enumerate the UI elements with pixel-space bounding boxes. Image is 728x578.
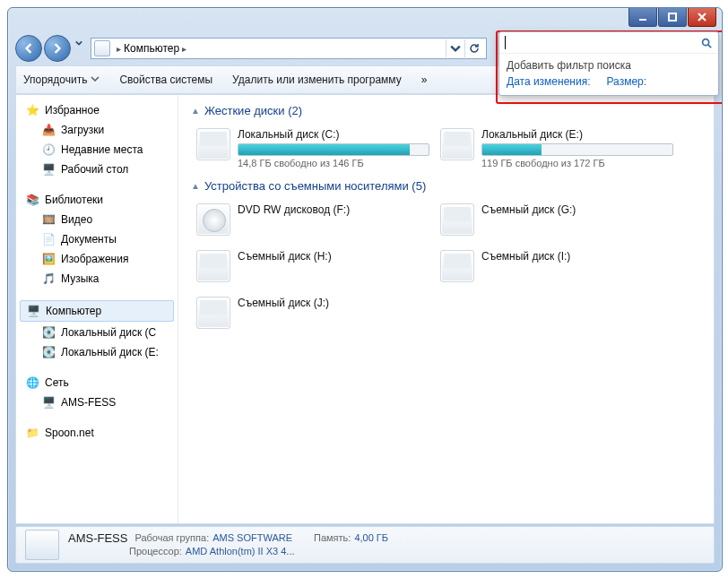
svg-rect-0 xyxy=(639,19,646,21)
section-removable[interactable]: ▲ Устройства со съемными носителями (5) xyxy=(191,179,701,193)
sidebar-item-music[interactable]: 🎵Музыка xyxy=(16,269,178,289)
computer-icon xyxy=(25,530,59,560)
close-button[interactable] xyxy=(688,8,716,27)
drive-label: Съемный диск (H:) xyxy=(238,250,429,263)
filter-date-modified[interactable]: Дата изменения: xyxy=(507,75,591,88)
drive-e[interactable]: Локальный диск (E:) 119 ГБ свободно из 1… xyxy=(435,125,679,172)
host-name: AMS-FESS xyxy=(68,531,127,545)
favorites-group[interactable]: ⭐ Избранное xyxy=(16,100,178,120)
removable-drive-icon xyxy=(196,250,230,282)
toolbar-overflow[interactable]: » xyxy=(421,73,428,86)
forward-button[interactable] xyxy=(44,35,71,62)
window-controls xyxy=(628,8,716,27)
system-properties-button[interactable]: Свойства системы xyxy=(119,73,212,86)
maximize-button[interactable] xyxy=(658,8,687,27)
drive-icon: 💽 xyxy=(41,325,56,340)
sidebar-item-drive-e[interactable]: 💽Локальный диск (E: xyxy=(16,342,178,362)
drive-label: DVD RW дисковод (F:) xyxy=(238,203,429,216)
removable-drive-icon xyxy=(196,297,230,329)
computer-icon: 🖥️ xyxy=(26,304,40,318)
desktop-icon: 🖥️ xyxy=(41,162,56,177)
sidebar-item-desktop[interactable]: 🖥️Рабочий стол xyxy=(16,160,178,179)
details-pane: AMS-FESS Рабочая группа: AMS SOFTWARE Па… xyxy=(15,526,715,564)
computer-group[interactable]: 🖥️Компьютер xyxy=(20,300,174,322)
sidebar-item-recent[interactable]: 🕘Недавние места xyxy=(16,140,178,160)
drive-label: Локальный диск (E:) xyxy=(481,128,673,141)
workgroup-value: AMS SOFTWARE xyxy=(212,531,292,545)
navigation-pane: ⭐ Избранное 📥Загрузки 🕘Недавние места 🖥️… xyxy=(16,95,178,523)
filter-size[interactable]: Размер: xyxy=(607,75,647,88)
picture-icon: 🖼️ xyxy=(41,252,56,266)
libraries-group[interactable]: 📚Библиотеки xyxy=(16,190,178,210)
drive-label: Съемный диск (G:) xyxy=(481,203,673,216)
capacity-bar xyxy=(481,143,673,156)
recent-icon: 🕘 xyxy=(41,142,56,157)
sidebar-item-downloads[interactable]: 📥Загрузки xyxy=(16,120,178,140)
sidebar-item-videos[interactable]: 🎞️Видео xyxy=(16,210,178,229)
drive-icon: 💽 xyxy=(41,345,56,359)
hard-drive-icon xyxy=(440,128,474,160)
removable-drive-icon xyxy=(440,203,474,236)
computer-icon: 🖥️ xyxy=(41,395,56,410)
star-icon: ⭐ xyxy=(25,103,39,117)
explorer-window: ▸ Компьютер ▸ Добавить фильтр поиска xyxy=(7,7,723,572)
breadcrumb-separator-icon: ▸ xyxy=(117,44,121,54)
hard-drive-icon xyxy=(196,128,230,160)
cpu-value: AMD Athlon(tm) II X3 4... xyxy=(186,545,295,558)
drive-h[interactable]: Съемный диск (H:) xyxy=(191,246,435,286)
computer-icon xyxy=(94,40,110,56)
download-icon: 📥 xyxy=(41,123,56,137)
drive-label: Съемный диск (I:) xyxy=(481,250,673,263)
document-icon: 📄 xyxy=(41,232,56,246)
sidebar-item-spoon[interactable]: 📁Spoon.net xyxy=(16,423,178,443)
network-icon: 🌐 xyxy=(25,375,39,390)
capacity-bar xyxy=(238,143,429,156)
drive-i[interactable]: Съемный диск (I:) xyxy=(435,246,679,286)
workgroup-label: Рабочая группа: xyxy=(134,531,209,545)
address-bar[interactable]: ▸ Компьютер ▸ xyxy=(91,38,487,59)
drive-j[interactable]: Съемный диск (J:) xyxy=(191,293,435,332)
back-button[interactable] xyxy=(15,35,42,62)
folder-icon: 📁 xyxy=(25,426,39,440)
free-space: 14,8 ГБ свободно из 146 ГБ xyxy=(238,158,429,168)
uninstall-programs-button[interactable]: Удалить или изменить программу xyxy=(232,73,402,86)
search-filter-popup: Добавить фильтр поиска Дата изменения: Р… xyxy=(498,31,719,96)
search-filter-title: Добавить фильтр поиска xyxy=(507,59,711,72)
main-view: ▲ Жесткие диски (2) Локальный диск (C:) … xyxy=(178,95,714,523)
libraries-icon: 📚 xyxy=(25,193,39,207)
breadcrumb[interactable]: Компьютер xyxy=(124,42,179,55)
sidebar-item-drive-c[interactable]: 💽Локальный диск (С xyxy=(16,323,178,342)
breadcrumb-separator-icon: ▸ xyxy=(182,44,186,54)
drive-dvd[interactable]: DVD RW дисковод (F:) xyxy=(191,200,435,239)
section-hard-drives[interactable]: ▲ Жесткие диски (2) xyxy=(191,104,701,117)
removable-drive-icon xyxy=(440,250,474,282)
organize-menu[interactable]: Упорядочить xyxy=(23,73,100,86)
memory-label: Память: xyxy=(314,531,351,545)
drive-c[interactable]: Локальный диск (C:) 14,8 ГБ свободно из … xyxy=(191,125,435,172)
music-icon: 🎵 xyxy=(41,272,56,286)
collapse-icon: ▲ xyxy=(191,181,200,191)
drive-g[interactable]: Съемный диск (G:) xyxy=(435,200,679,239)
minimize-button[interactable] xyxy=(628,8,657,27)
sidebar-item-pictures[interactable]: 🖼️Изображения xyxy=(16,249,178,269)
refresh-button[interactable] xyxy=(464,39,483,57)
svg-rect-1 xyxy=(669,13,676,21)
cpu-label: Процессор: xyxy=(129,545,182,558)
search-icon[interactable] xyxy=(700,37,713,49)
sidebar-item-documents[interactable]: 📄Документы xyxy=(16,229,178,249)
network-group[interactable]: 🌐Сеть xyxy=(16,373,178,393)
svg-point-3 xyxy=(703,39,709,45)
nav-history-dropdown[interactable] xyxy=(73,35,85,51)
text-cursor xyxy=(505,36,506,49)
collapse-icon: ▲ xyxy=(191,106,200,116)
memory-value: 4,00 ГБ xyxy=(354,531,388,545)
free-space: 119 ГБ свободно из 172 ГБ xyxy=(481,158,673,168)
content-area: ⭐ Избранное 📥Загрузки 🕘Недавние места 🖥️… xyxy=(15,94,715,524)
chevron-down-icon xyxy=(91,73,100,86)
drive-label: Локальный диск (C:) xyxy=(238,128,429,141)
dvd-drive-icon xyxy=(196,203,230,236)
sidebar-item-network-host[interactable]: 🖥️AMS-FESS xyxy=(16,393,178,412)
drive-label: Съемный диск (J:) xyxy=(238,297,429,309)
video-icon: 🎞️ xyxy=(41,212,56,227)
address-dropdown-button[interactable] xyxy=(446,39,464,57)
